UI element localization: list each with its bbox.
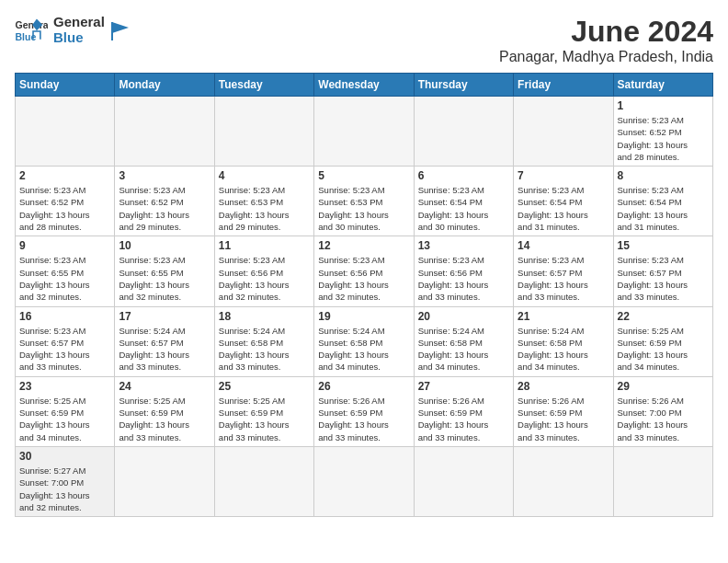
day-number: 20 (418, 310, 509, 323)
calendar-cell (115, 97, 214, 167)
day-info: Sunrise: 5:23 AM Sunset: 6:52 PM Dayligh… (19, 184, 110, 233)
day-number: 7 (518, 169, 609, 182)
logo-blue: Blue (53, 30, 105, 46)
day-number: 2 (19, 169, 110, 182)
calendar-cell: 5Sunrise: 5:23 AM Sunset: 6:53 PM Daylig… (314, 167, 414, 236)
day-info: Sunrise: 5:23 AM Sunset: 6:54 PM Dayligh… (518, 184, 609, 233)
day-info: Sunrise: 5:23 AM Sunset: 6:55 PM Dayligh… (19, 254, 110, 303)
day-info: Sunrise: 5:24 AM Sunset: 6:58 PM Dayligh… (518, 325, 609, 373)
calendar-cell: 22Sunrise: 5:25 AM Sunset: 6:59 PM Dayli… (613, 306, 712, 376)
day-number: 1 (618, 99, 709, 112)
day-number: 28 (518, 380, 609, 393)
calendar-cell: 24Sunrise: 5:25 AM Sunset: 6:59 PM Dayli… (115, 376, 214, 446)
calendar-cell: 30Sunrise: 5:27 AM Sunset: 7:00 PM Dayli… (16, 446, 115, 516)
day-info: Sunrise: 5:26 AM Sunset: 7:00 PM Dayligh… (618, 395, 709, 443)
day-number: 17 (119, 310, 210, 323)
calendar-cell: 13Sunrise: 5:23 AM Sunset: 6:56 PM Dayli… (414, 236, 513, 306)
day-number: 5 (318, 169, 409, 182)
calendar-cell (214, 446, 313, 516)
day-number: 18 (219, 310, 310, 323)
day-info: Sunrise: 5:23 AM Sunset: 6:54 PM Dayligh… (618, 184, 709, 233)
calendar-cell (514, 446, 613, 516)
weekday-header-friday: Friday (514, 74, 613, 97)
calendar-cell: 25Sunrise: 5:25 AM Sunset: 6:59 PM Dayli… (214, 376, 313, 446)
day-info: Sunrise: 5:26 AM Sunset: 6:59 PM Dayligh… (318, 395, 409, 443)
day-number: 3 (119, 169, 210, 182)
calendar-cell: 4Sunrise: 5:23 AM Sunset: 6:53 PM Daylig… (214, 167, 313, 236)
day-number: 23 (19, 380, 110, 393)
day-number: 12 (318, 239, 409, 252)
calendar-cell (314, 446, 414, 516)
flag-icon (110, 20, 131, 40)
day-number: 15 (618, 239, 709, 252)
weekday-header-wednesday: Wednesday (314, 74, 414, 97)
day-info: Sunrise: 5:24 AM Sunset: 6:58 PM Dayligh… (418, 325, 509, 373)
calendar-cell: 6Sunrise: 5:23 AM Sunset: 6:54 PM Daylig… (414, 167, 513, 236)
page-header: General Blue General Blue June 2024 Pana… (15, 15, 713, 65)
weekday-header-thursday: Thursday (414, 74, 513, 97)
calendar-cell: 1Sunrise: 5:23 AM Sunset: 6:52 PM Daylig… (613, 97, 712, 167)
day-info: Sunrise: 5:24 AM Sunset: 6:58 PM Dayligh… (318, 325, 409, 373)
day-info: Sunrise: 5:23 AM Sunset: 6:53 PM Dayligh… (318, 184, 409, 233)
calendar-cell: 18Sunrise: 5:24 AM Sunset: 6:58 PM Dayli… (214, 306, 313, 376)
calendar-cell: 26Sunrise: 5:26 AM Sunset: 6:59 PM Dayli… (314, 376, 414, 446)
title-block: June 2024 Panagar, Madhya Pradesh, India (499, 15, 713, 65)
calendar-week-row: 23Sunrise: 5:25 AM Sunset: 6:59 PM Dayli… (16, 376, 713, 446)
calendar-cell: 20Sunrise: 5:24 AM Sunset: 6:58 PM Dayli… (414, 306, 513, 376)
day-info: Sunrise: 5:23 AM Sunset: 6:56 PM Dayligh… (318, 254, 409, 303)
calendar-cell: 12Sunrise: 5:23 AM Sunset: 6:56 PM Dayli… (314, 236, 414, 306)
calendar-week-row: 2Sunrise: 5:23 AM Sunset: 6:52 PM Daylig… (16, 167, 713, 236)
day-number: 9 (19, 239, 110, 252)
calendar-cell: 17Sunrise: 5:24 AM Sunset: 6:57 PM Dayli… (115, 306, 214, 376)
day-info: Sunrise: 5:25 AM Sunset: 6:59 PM Dayligh… (19, 395, 110, 443)
day-number: 21 (518, 310, 609, 323)
svg-text:General: General (16, 19, 49, 30)
weekday-header-sunday: Sunday (16, 74, 115, 97)
calendar-cell (214, 97, 313, 167)
day-number: 25 (219, 380, 310, 393)
weekday-header-monday: Monday (115, 74, 214, 97)
calendar-cell: 9Sunrise: 5:23 AM Sunset: 6:55 PM Daylig… (16, 236, 115, 306)
day-number: 8 (618, 169, 709, 182)
day-info: Sunrise: 5:24 AM Sunset: 6:57 PM Dayligh… (119, 325, 210, 373)
calendar-cell (613, 446, 712, 516)
day-info: Sunrise: 5:23 AM Sunset: 6:54 PM Dayligh… (418, 184, 509, 233)
general-blue-logo-icon: General Blue (15, 17, 48, 43)
weekday-header-saturday: Saturday (613, 74, 712, 97)
calendar-cell: 23Sunrise: 5:25 AM Sunset: 6:59 PM Dayli… (16, 376, 115, 446)
day-number: 19 (318, 310, 409, 323)
day-info: Sunrise: 5:27 AM Sunset: 7:00 PM Dayligh… (19, 465, 110, 513)
day-info: Sunrise: 5:26 AM Sunset: 6:59 PM Dayligh… (518, 395, 609, 443)
day-info: Sunrise: 5:25 AM Sunset: 6:59 PM Dayligh… (119, 395, 210, 443)
calendar-week-row: 9Sunrise: 5:23 AM Sunset: 6:55 PM Daylig… (16, 236, 713, 306)
day-number: 29 (618, 380, 709, 393)
calendar-cell: 28Sunrise: 5:26 AM Sunset: 6:59 PM Dayli… (514, 376, 613, 446)
weekday-header-row: SundayMondayTuesdayWednesdayThursdayFrid… (16, 74, 713, 97)
day-info: Sunrise: 5:26 AM Sunset: 6:59 PM Dayligh… (418, 395, 509, 443)
day-number: 26 (318, 380, 409, 393)
svg-marker-3 (112, 22, 129, 33)
day-number: 13 (418, 239, 509, 252)
day-number: 22 (618, 310, 709, 323)
day-number: 16 (19, 310, 110, 323)
logo: General Blue General Blue (15, 15, 131, 45)
calendar-cell (16, 97, 115, 167)
calendar-cell: 15Sunrise: 5:23 AM Sunset: 6:57 PM Dayli… (613, 236, 712, 306)
location-subtitle: Panagar, Madhya Pradesh, India (499, 49, 713, 65)
calendar-week-row: 30Sunrise: 5:27 AM Sunset: 7:00 PM Dayli… (16, 446, 713, 516)
calendar-cell (414, 97, 513, 167)
day-number: 11 (219, 239, 310, 252)
day-info: Sunrise: 5:23 AM Sunset: 6:57 PM Dayligh… (19, 325, 110, 373)
calendar-week-row: 1Sunrise: 5:23 AM Sunset: 6:52 PM Daylig… (16, 97, 713, 167)
day-number: 30 (19, 450, 110, 463)
day-info: Sunrise: 5:23 AM Sunset: 6:57 PM Dayligh… (518, 254, 609, 303)
calendar-cell: 19Sunrise: 5:24 AM Sunset: 6:58 PM Dayli… (314, 306, 414, 376)
calendar-cell: 21Sunrise: 5:24 AM Sunset: 6:58 PM Dayli… (514, 306, 613, 376)
day-number: 24 (119, 380, 210, 393)
calendar-cell: 16Sunrise: 5:23 AM Sunset: 6:57 PM Dayli… (16, 306, 115, 376)
day-info: Sunrise: 5:23 AM Sunset: 6:52 PM Dayligh… (618, 114, 709, 163)
calendar-cell (115, 446, 214, 516)
day-info: Sunrise: 5:23 AM Sunset: 6:53 PM Dayligh… (219, 184, 310, 233)
day-info: Sunrise: 5:23 AM Sunset: 6:57 PM Dayligh… (618, 254, 709, 303)
day-info: Sunrise: 5:23 AM Sunset: 6:55 PM Dayligh… (119, 254, 210, 303)
